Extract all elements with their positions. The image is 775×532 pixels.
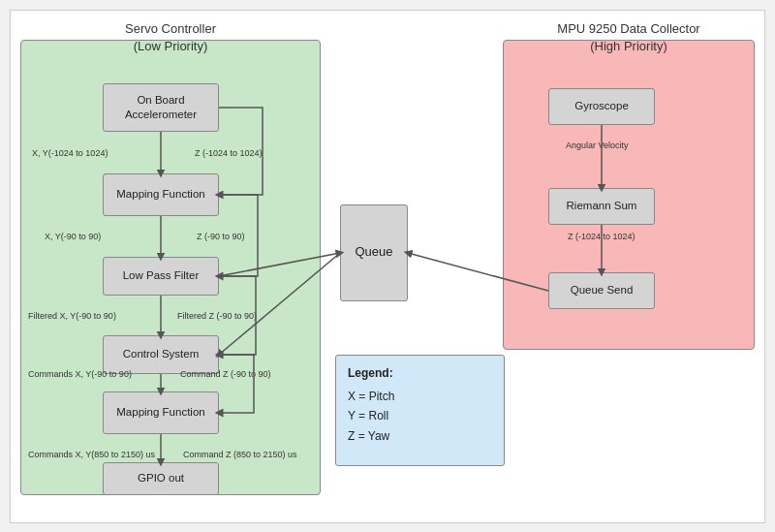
legend-x: X = Pitch [348,387,492,406]
label-filtered-z: Filtered Z (-90 to 90) [177,311,257,321]
left-panel-title: Servo Controller (Low Priority) [20,20,321,55]
label-commands-xy-us: Commands X, Y(850 to 2150) us [28,450,155,459]
accelerometer-block: On Board Accelerometer [103,83,219,132]
legend-y: Y = Roll [348,406,492,425]
legend-z: Z = Yaw [348,426,492,446]
label-filtered-xy: Filtered X, Y(-90 to 90) [28,311,116,321]
legend-box: Legend: X = Pitch Y = Roll Z = Yaw [335,355,505,466]
label-angular-velocity: Angular Velocity [566,141,629,150]
label-xy-1024: X, Y(-1024 to 1024) [32,148,108,158]
right-panel-title: MPU 9250 Data Collector (High Priority) [503,20,755,55]
queue-block: Queue [340,204,408,301]
low-pass-filter-block: Low Pass Filter [103,257,219,296]
riemann-sum-block: Riemann Sum [548,188,655,225]
label-z-1024: Z (-1024 to 1024) [195,148,263,158]
gpio-out-block: GPIO out [103,462,219,495]
mapping-function-2-block: Mapping Function [103,391,219,434]
gyroscope-block: Gyroscope [548,88,655,125]
mapping-function-1-block: Mapping Function [103,173,219,216]
label-z-riemann: Z (-1024 to 1024) [568,232,636,241]
label-z-90: Z (-90 to 90) [197,232,245,241]
label-xy-90: X, Y(-90 to 90) [45,232,101,241]
label-command-z-90: Command Z (-90 to 90) [180,369,271,379]
label-commands-xy-90: Commands X, Y(-90 to 90) [28,369,132,379]
legend-title: Legend: [348,363,492,383]
diagram-container: Servo Controller (Low Priority) MPU 9250… [10,10,765,523]
control-system-block: Control System [103,335,219,374]
label-command-z-us: Command Z (850 to 2150) us [183,450,297,459]
queue-send-block: Queue Send [548,272,655,309]
